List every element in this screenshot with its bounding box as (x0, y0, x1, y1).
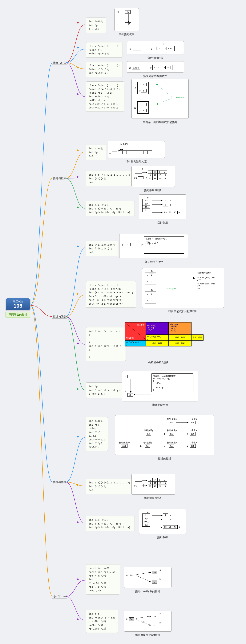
svg-marker-28 (161, 212, 163, 213)
b1n1-code: int i=100; int *p; p = &i; (86, 18, 106, 33)
svg-marker-53 (146, 485, 147, 486)
svg-marker-55 (161, 515, 163, 516)
b3n2-diagram: p1 x 4 y 5 p2 x ? y 8 p &Point::getX Poi… (142, 268, 224, 308)
b3n3-diagram: 实际参数 形式参数 int main(){ int a[4]; f(a,4);}… (125, 322, 203, 346)
b2n3-caption: 指针数组 (139, 221, 186, 224)
svg-marker-51 (146, 480, 147, 481)
b2n2-diagram: p p+2 1357 9111315 17192123 (132, 166, 175, 187)
b3n3-code: int f(int *x, int n ) { ...... } int f(i… (86, 327, 126, 361)
b3n4-caption: 指针类型函数 (122, 403, 198, 407)
svg-marker-63 (149, 580, 151, 582)
svg-marker-35 (130, 391, 132, 393)
b4n3-caption: 指针数组 (139, 536, 186, 539)
b4n2-caption: 指向数组的指针 (132, 496, 175, 500)
b3n4-code: int *p; int *fun(int x,int y); p=fun(2,3… (86, 382, 124, 398)
b1n3-code: class Point {......}; Point p1(4,5); int… (86, 62, 123, 77)
b1n1-caption: 指针指向变量 (114, 33, 139, 36)
b2n3-diagram: p &x &y NULL &z 2 x 3 y 897243 a (139, 194, 186, 219)
svg-line-66 (136, 619, 150, 625)
svg-marker-26 (161, 204, 163, 205)
b3n2-caption: 指向类的成员函数的指针 (142, 310, 224, 313)
b1n2-code: class Point {......}; Point p1; Point *p… (86, 42, 123, 58)
svg-marker-32 (193, 277, 195, 279)
svg-marker-39 (187, 422, 188, 423)
b2n2-caption: 指向数组的指针 (132, 189, 175, 192)
b5n1-code: const int a=20; const int *p1 = &a; *p1 … (86, 564, 120, 594)
svg-marker-57 (161, 518, 163, 520)
b1n3-diagram: pt &p1.x x 4 y 5 (127, 61, 184, 73)
b5n2-caption: 指向对象的const指针 (124, 634, 172, 637)
b3n1-diagram: p f 程序区（二进制目标代码）...... int f(int x, int … (119, 234, 188, 258)
svg-line-11 (156, 84, 173, 98)
b2n2-code: int a[3][4]={1,3,5,7......}; int (*p)[4]… (86, 171, 133, 186)
b5n2-diagram: p &a a 20 b ? (124, 611, 172, 632)
b4n1-caption: 指针的指针 (115, 457, 214, 460)
b1n4-diagram: p1 x 4 y 5 p2 x 7 y 8 p &Point::x (132, 79, 189, 119)
b3n1-code: int (*p)(int,int); int f(int,int) ; p=f; (86, 241, 118, 256)
b3n1-caption: 指向函数的指针 (119, 260, 188, 264)
svg-marker-8 (151, 48, 153, 50)
svg-marker-43 (187, 433, 188, 435)
b1n1-diagram: p &i i 100 (114, 8, 139, 31)
svg-line-64 (136, 616, 150, 618)
svg-marker-61 (149, 572, 151, 574)
b1n3-caption: 指向对象的数据成员 (127, 74, 184, 78)
svg-line-13 (156, 98, 173, 104)
b5n1-diagram: p &a a 20 b ? (124, 567, 172, 588)
b1n2-diagram: pt p1 x 100 y 100 (127, 41, 184, 54)
b3n4-diagram: p a 20 程序区（二进制目标代码） int *fun(int x, int … (122, 371, 198, 402)
b1n2-caption: 指针指向对象 (127, 56, 184, 60)
b4n2-diagram: p p+2 1357 9111315 17192123 (132, 474, 175, 495)
svg-marker-41 (164, 433, 166, 435)
svg-marker-6 (128, 21, 129, 22)
svg-marker-65 (149, 616, 151, 617)
svg-marker-22 (146, 177, 147, 179)
svg-marker-10 (151, 67, 152, 69)
svg-marker-59 (161, 526, 163, 528)
b3n2-code: class Point {......}; Point p1(4,5), p2(… (86, 281, 136, 308)
svg-marker-49 (187, 446, 188, 447)
svg-line-62 (136, 576, 150, 581)
b3n3-caption: 函数的参数为指针 (125, 361, 193, 364)
b1n4-caption: 指向某一类的数据成员的指针 (132, 120, 189, 124)
b2n1-code: int a[10]; int *p; p=a; (86, 144, 106, 160)
b2n1-caption: 指针指向数组元素 (108, 160, 165, 163)
b4n3-diagram: p &x&y NULL&z 2 x 3 y 897243 a (139, 509, 186, 534)
svg-marker-20 (146, 172, 147, 173)
svg-marker-67 (149, 624, 151, 626)
svg-line-60 (136, 572, 150, 575)
svg-marker-45 (141, 446, 142, 447)
b4n2-code: int a[3][4]={1,3,5,7......}; int (*p)[4]… (86, 479, 133, 494)
svg-marker-37 (134, 394, 135, 396)
svg-marker-14 (156, 103, 158, 105)
svg-line-33 (125, 322, 146, 340)
b1n4-code: class Point {......}; Point p1(4,5),p2(7… (86, 82, 124, 112)
b5n1-caption: 指向const对象的指针 (124, 590, 172, 593)
b4n3-code: int x=2, y=3; int a[3]={89, 72, 43}; int… (86, 516, 135, 531)
b5n2-code: int a,b; int *const p = &a; p = &b; //错 … (86, 610, 118, 633)
b2n1-diagram: a|或&a[0] p (108, 141, 165, 158)
svg-marker-24 (161, 200, 163, 202)
b4n1-code: int a=100; int *p; p=&a; int **p1; p1=&p… (86, 417, 108, 451)
b4n1-diagram: 指针变量p &a 变量a 100 指针变量p1 &p 指针变量p &a 变量a … (115, 415, 214, 455)
svg-marker-30 (142, 244, 143, 246)
b2n3-code: int x=2, y=3; int a[3]={89, 72, 43}; int… (86, 201, 135, 216)
svg-marker-47 (164, 446, 165, 447)
